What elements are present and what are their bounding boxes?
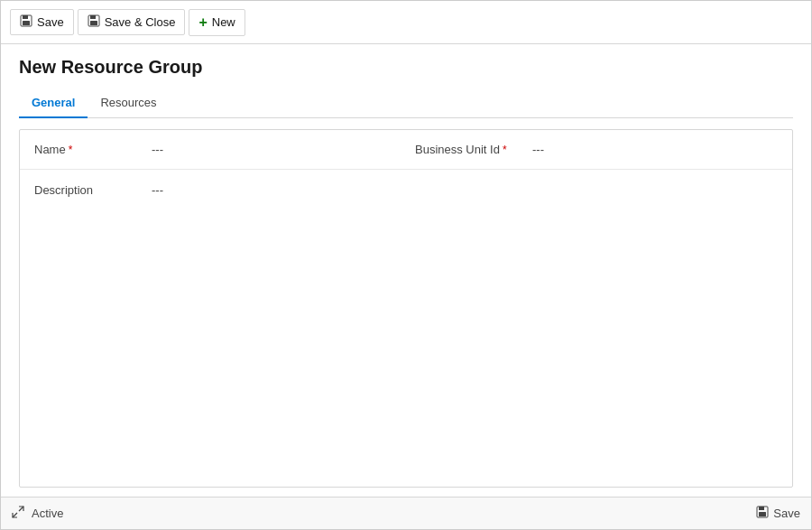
- business-unit-required: *: [503, 144, 507, 156]
- svg-rect-9: [759, 507, 764, 510]
- save-close-icon: [88, 14, 100, 30]
- name-value[interactable]: ---: [152, 143, 397, 156]
- business-unit-label: Business Unit Id *: [397, 143, 532, 156]
- svg-rect-10: [759, 512, 766, 516]
- status-label: Active: [32, 507, 63, 520]
- svg-rect-2: [23, 21, 30, 25]
- status-right: Save: [756, 506, 800, 521]
- business-unit-value[interactable]: ---: [532, 143, 778, 156]
- toolbar: Save Save & Close + New: [1, 1, 811, 44]
- statusbar-save-icon: [756, 506, 769, 521]
- new-label: New: [212, 15, 235, 29]
- save-icon: [20, 14, 32, 30]
- page-title: New Resource Group: [19, 57, 793, 78]
- svg-rect-5: [90, 21, 97, 25]
- statusbar-save-label: Save: [773, 507, 800, 520]
- new-button[interactable]: + New: [189, 9, 245, 36]
- tab-general[interactable]: General: [19, 88, 88, 118]
- svg-rect-1: [23, 15, 28, 19]
- form-area: Name * --- Business Unit Id * --- Descri…: [19, 129, 793, 488]
- status-bar: Active Save: [1, 497, 811, 529]
- new-icon: +: [198, 14, 207, 31]
- save-label: Save: [37, 15, 64, 29]
- description-label: Description: [34, 183, 152, 197]
- svg-line-6: [13, 513, 17, 517]
- save-close-button[interactable]: Save & Close: [78, 9, 186, 35]
- status-left: Active: [12, 506, 63, 521]
- tab-resources[interactable]: Resources: [88, 88, 169, 118]
- save-close-label: Save & Close: [105, 15, 176, 29]
- form-row-description: Description ---: [20, 170, 792, 209]
- name-label: Name *: [34, 143, 152, 156]
- svg-line-7: [19, 507, 23, 511]
- page-content: New Resource Group General Resources Nam…: [1, 44, 811, 497]
- save-button[interactable]: Save: [10, 9, 74, 35]
- tabs: General Resources: [19, 88, 793, 118]
- svg-rect-4: [90, 15, 96, 19]
- form-row-name: Name * --- Business Unit Id * ---: [20, 130, 792, 170]
- name-required: *: [69, 144, 73, 156]
- description-value[interactable]: ---: [152, 183, 778, 197]
- expand-icon[interactable]: [12, 506, 24, 521]
